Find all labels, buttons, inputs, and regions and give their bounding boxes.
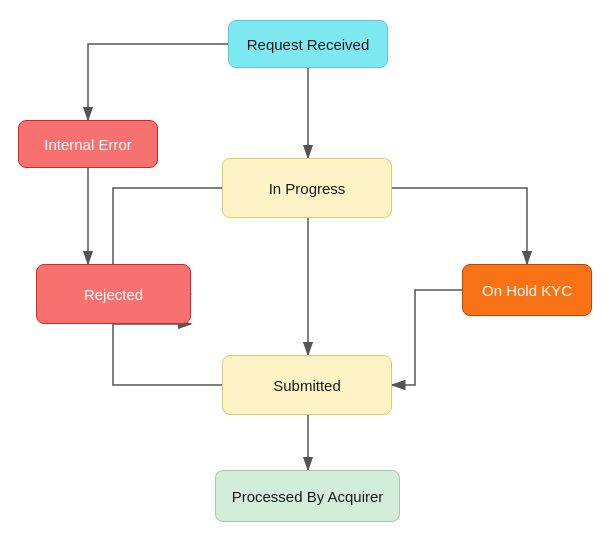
node-internal-error: Internal Error	[18, 120, 158, 168]
flowchart-diagram: Request Received In Progress Submitted P…	[0, 0, 615, 552]
node-submitted: Submitted	[222, 355, 392, 415]
node-on-hold-kyc: On Hold KYC	[462, 264, 592, 316]
node-request-received: Request Received	[228, 20, 388, 68]
node-rejected: Rejected	[36, 264, 191, 324]
node-in-progress: In Progress	[222, 158, 392, 218]
node-processed-by-acquirer: Processed By Acquirer	[215, 470, 400, 522]
